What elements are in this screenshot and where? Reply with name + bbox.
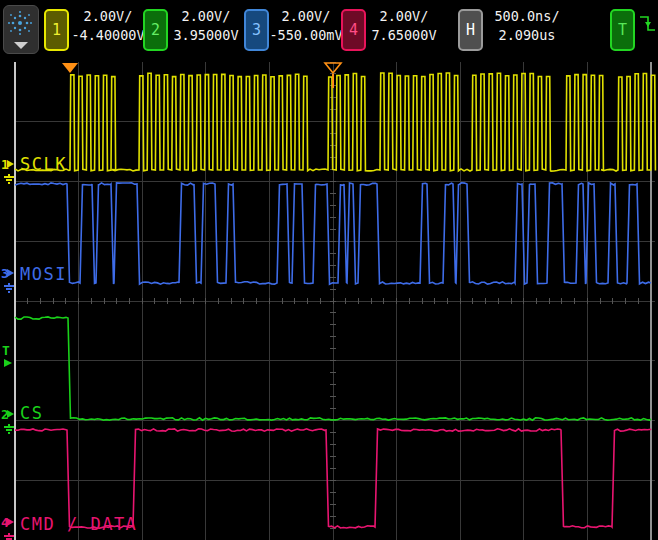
spark-logo-icon [4,8,36,40]
channel-2-badge[interactable]: 2 [143,9,168,51]
caret-down-icon [14,42,28,49]
channel-2-offset: 3.95000V [166,26,246,45]
edge-arrow [645,22,651,27]
channel-3-scale: 2.00V/ [262,7,350,26]
channel-2-values[interactable]: 2.00V/3.95000V [166,7,246,45]
channel-4-badge[interactable]: 4 [341,9,366,51]
channel-3-values[interactable]: 2.00V/-550.00mV [262,7,350,45]
channel-3-offset: -550.00mV [262,26,350,45]
horizontal-badge[interactable]: H [458,9,483,51]
channel-marker-arrow[interactable] [7,269,14,277]
trigger-point-icon[interactable] [62,63,78,73]
channel-marker-arrow[interactable] [7,410,14,418]
trigger-level-label[interactable]: T [2,343,10,358]
falling-edge-trigger-icon[interactable] [639,13,657,35]
horizontal-label: H [466,21,475,39]
channel-1-offset: -4.40000V [68,26,148,45]
channel-1-number: 1 [52,21,61,39]
timebase-scale: 500.0ns/ [482,7,572,26]
channel-3-number: 3 [252,21,261,39]
trace-label-cs: CS [20,403,43,423]
trigger-badge[interactable]: T [610,9,635,51]
channel-4-number: 4 [349,21,358,39]
channel-4-offset: 7.65000V [364,26,444,45]
menu-logo-button[interactable] [3,5,39,54]
channel-1-values[interactable]: 2.00V/-4.40000V [68,7,148,45]
channel-marker-arrow[interactable] [7,518,14,526]
oscilloscope-screen: 1 2.00V/-4.40000V 2 2.00V/3.95000V 3 2.0… [0,0,658,540]
timebase-delay: 2.090us [482,26,572,45]
channel-4-scale: 2.00V/ [364,7,444,26]
channel-1-badge[interactable]: 1 [44,9,69,51]
trigger-label: T [618,21,627,39]
channel-2-number: 2 [151,21,160,39]
channel-2-scale: 2.00V/ [166,7,246,26]
waveform-display[interactable]: 1SCLK3MOSI2CS4CMD / DATAT [0,62,658,540]
trace-label-mosi: MOSI [20,264,67,284]
channel-1-scale: 2.00V/ [68,7,148,26]
horizontal-values[interactable]: 500.0ns/2.090us [482,7,572,45]
channel-4-values[interactable]: 2.00V/7.65000V [364,7,444,45]
toolbar: 1 2.00V/-4.40000V 2 2.00V/3.95000V 3 2.0… [0,0,658,62]
trace-label-sclk: SCLK [20,154,67,174]
trace-label-cmd-data: CMD / DATA [20,514,137,534]
trigger-level-arrow[interactable] [4,359,12,367]
channel-marker-arrow[interactable] [7,160,14,168]
